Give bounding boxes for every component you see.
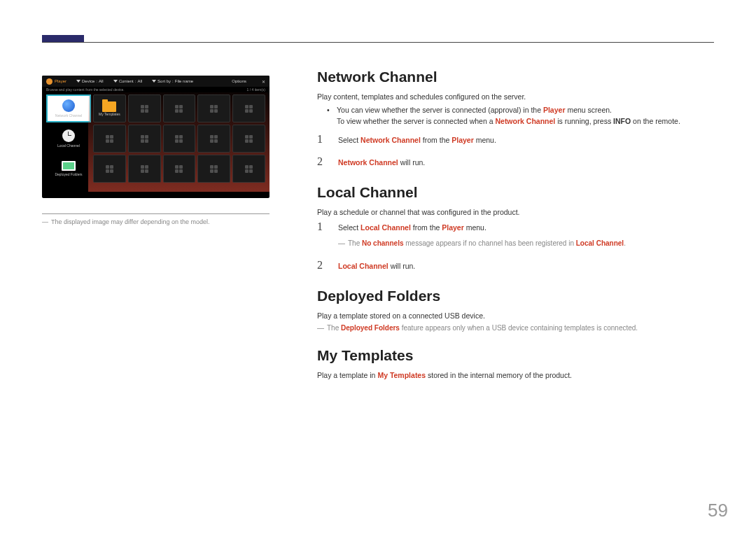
side-local-channel: Local Channel — [46, 125, 91, 153]
chevron-down-icon — [113, 80, 118, 83]
sort-filter: Sort by : File name — [152, 79, 193, 83]
template-tile: My Templates — [93, 94, 126, 122]
clock-icon — [62, 129, 75, 142]
content-tile — [232, 94, 265, 122]
content-tile — [197, 155, 230, 183]
options-label: Options — [232, 79, 246, 83]
content-tile — [232, 125, 265, 153]
content-tile — [197, 125, 230, 153]
desc-network: Play content, templates and schedules co… — [317, 92, 709, 101]
player-screenshot: Player Device : All Content : All Sort b… — [42, 76, 270, 198]
step-number: 1 — [317, 133, 330, 146]
local-steps: 1 Select Local Channel from the Player m… — [317, 220, 709, 272]
network-bullets: You can view whether the server is conne… — [317, 105, 709, 127]
figure-note: ―The displayed image may differ dependin… — [42, 218, 273, 225]
heading-network-channel: Network Channel — [317, 69, 709, 85]
local-subnote: ―The No channels message appears if no c… — [338, 238, 709, 249]
close-icon: ✕ — [262, 79, 265, 84]
screenshot-grid: Network Channel My Templates Local Chann… — [42, 92, 270, 185]
content-tile — [93, 155, 126, 183]
content-tile — [163, 125, 196, 153]
heading-deployed-folders: Deployed Folders — [317, 288, 709, 304]
player-label: Player — [46, 78, 66, 85]
content-tile — [128, 125, 161, 153]
section-my-templates: My Templates Play a template in My Templ… — [317, 347, 709, 379]
network-steps: 1 Select Network Channel from the Player… — [317, 133, 709, 169]
figure-column: Player Device : All Content : All Sort b… — [42, 76, 273, 225]
content-tile — [232, 155, 265, 183]
desc-mytemplates: Play a template in My Templates stored i… — [317, 371, 709, 379]
page-number: 59 — [708, 500, 728, 521]
side-deployed-folders: Deployed Folders — [46, 155, 91, 183]
chevron-down-icon — [152, 80, 156, 83]
content-column: Network Channel Play content, templates … — [317, 69, 709, 395]
content-tile — [163, 155, 196, 183]
section-deployed-folders: Deployed Folders Play a template stored … — [317, 288, 709, 332]
step-item: 1 Select Local Channel from the Player m… — [317, 220, 709, 249]
content-tile — [163, 94, 196, 122]
player-text: Player — [55, 79, 66, 83]
folder-icon — [102, 101, 116, 112]
heading-my-templates: My Templates — [317, 347, 709, 364]
globe-icon — [62, 99, 75, 112]
heading-local-channel: Local Channel — [317, 184, 709, 201]
step-item: 2 Network Channel will run. — [317, 155, 709, 169]
screenshot-toolbar: Player Device : All Content : All Sort b… — [42, 76, 270, 87]
bullet-item: You can view whether the server is conne… — [337, 105, 709, 127]
section-local-channel: Local Channel Play a schedule or channel… — [317, 184, 709, 272]
content-tile — [128, 155, 161, 183]
step-number: 1 — [317, 220, 330, 233]
content-tile — [197, 94, 230, 122]
step-number: 2 — [317, 259, 330, 272]
step-number: 2 — [317, 155, 330, 168]
content-tile — [128, 94, 161, 122]
desc-local: Play a schedule or channel that was conf… — [317, 208, 709, 216]
step-item: 2 Local Channel will run. — [317, 259, 709, 272]
desc-deployed: Play a template stored on a connected US… — [317, 311, 709, 320]
header-rule — [42, 42, 714, 43]
chevron-down-icon — [76, 80, 80, 83]
section-network-channel: Network Channel Play content, templates … — [317, 69, 709, 169]
figure-note-rule — [42, 213, 270, 214]
player-icon — [46, 78, 52, 85]
side-network-channel: Network Channel — [46, 94, 91, 122]
content-tile — [93, 125, 126, 153]
device-filter: Device : All — [76, 79, 104, 83]
screenshot-subline: Browse and play content from the selecte… — [42, 87, 270, 92]
step-item: 1 Select Network Channel from the Player… — [317, 133, 709, 146]
deployed-note: ―The Deployed Folders feature appears on… — [317, 324, 709, 332]
content-filter: Content : All — [113, 79, 142, 83]
screen-icon — [62, 161, 76, 171]
